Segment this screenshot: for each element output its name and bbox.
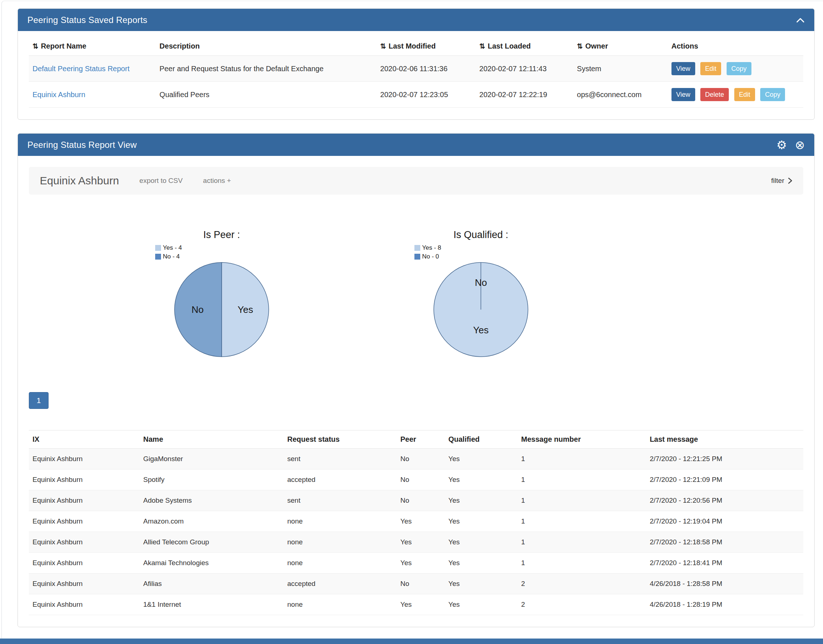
result-cell: Equinix Ashburn <box>29 469 139 490</box>
result-cell: GigaMonster <box>139 449 284 469</box>
result-row: Equinix AshburnAmazon.comnoneYesYes12/7/… <box>29 511 803 532</box>
pie-label-no: No <box>475 277 487 288</box>
saved-reports-title: Peering Status Saved Reports <box>28 15 147 25</box>
report-view-title: Peering Status Report View <box>28 140 137 150</box>
result-cell: Yes <box>397 594 445 615</box>
chart-legend: Yes - 4 No - 4 <box>155 244 182 261</box>
result-cell: Equinix Ashburn <box>29 573 139 594</box>
settings-gear-icon[interactable]: ⚙ <box>777 139 787 151</box>
result-cell: 2/7/2020 - 12:20:56 PM <box>646 490 803 511</box>
results-header-row: IX Name Request status Peer Qualified Me… <box>29 431 803 449</box>
legend-swatch-no <box>155 254 161 259</box>
result-cell: 2/7/2020 - 12:18:41 PM <box>646 553 803 573</box>
col-header-report-name[interactable]: ⇅Report Name <box>29 35 156 56</box>
report-name-link[interactable]: Default Peering Status Report <box>32 64 130 73</box>
result-cell: Yes <box>445 573 517 594</box>
result-cell: 1 <box>517 449 646 469</box>
view-button[interactable]: View <box>671 62 695 75</box>
result-cell: 2/7/2020 - 12:21:09 PM <box>646 469 803 490</box>
result-cell: 4/26/2018 - 1:28:58 PM <box>646 573 803 594</box>
saved-reports-header-row: ⇅Report Name Description ⇅Last Modified … <box>29 35 803 56</box>
filter-label: filter <box>771 177 784 185</box>
edit-button[interactable]: Edit <box>700 62 721 75</box>
is-qualified-chart: Is Qualified : Yes - 8 No - 0 No Yes <box>382 229 579 357</box>
result-cell: Allied Telecom Group <box>139 532 284 553</box>
result-cell: 2/7/2020 - 12:18:58 PM <box>646 532 803 553</box>
report-last-loaded: 2020-02-07 12:11:43 <box>476 56 573 82</box>
result-cell: Akamai Technologies <box>139 553 284 573</box>
legend-swatch-no <box>414 254 420 259</box>
sort-icon[interactable]: ⇅ <box>380 42 386 50</box>
copy-button[interactable]: Copy <box>726 62 751 75</box>
view-button[interactable]: View <box>671 88 695 101</box>
copy-button[interactable]: Copy <box>760 88 785 101</box>
result-cell: Yes <box>397 532 445 553</box>
pagination-page-1-button[interactable]: 1 <box>29 392 49 409</box>
is-peer-pie: No Yes <box>174 262 270 357</box>
result-cell: 1 <box>517 532 646 553</box>
report-owner: ops@6connect.com <box>573 82 668 108</box>
legend-swatch-yes <box>414 245 420 251</box>
col-header-request-status: Request status <box>284 431 397 449</box>
result-cell: No <box>397 490 445 511</box>
result-cell: Yes <box>445 511 517 532</box>
filter-toggle[interactable]: filter <box>771 177 792 185</box>
report-view-body: Equinix Ashburn export to CSV actions + … <box>18 156 814 627</box>
col-header-description: Description <box>156 35 377 56</box>
result-cell: accepted <box>284 573 397 594</box>
result-cell: none <box>284 511 397 532</box>
actions-menu-link[interactable]: actions + <box>203 177 231 185</box>
legend-item: No - 0 <box>414 252 441 261</box>
result-cell: Equinix Ashburn <box>29 532 139 553</box>
close-circle-icon[interactable]: ⊗ <box>795 139 805 151</box>
sort-icon[interactable]: ⇅ <box>577 42 583 50</box>
result-cell: Spotify <box>139 469 284 490</box>
charts-row: Is Peer : Yes - 4 No - 4 No Yes <box>29 229 803 357</box>
report-toolbar: Equinix Ashburn export to CSV actions + … <box>29 167 803 195</box>
result-cell: Equinix Ashburn <box>29 490 139 511</box>
result-cell: 1&1 Internet <box>139 594 284 615</box>
report-view-header: Peering Status Report View ⚙ ⊗ <box>18 133 814 156</box>
col-header-last-modified[interactable]: ⇅Last Modified <box>377 35 475 56</box>
result-cell: 1 <box>517 511 646 532</box>
col-header-owner[interactable]: ⇅Owner <box>573 35 668 56</box>
sort-icon[interactable]: ⇅ <box>32 42 38 50</box>
legend-item: Yes - 8 <box>414 244 441 252</box>
delete-button[interactable]: Delete <box>700 88 729 101</box>
result-cell: 2/7/2020 - 12:21:25 PM <box>646 449 803 469</box>
legend-item: No - 4 <box>155 252 182 261</box>
report-last-modified: 2020-02-06 11:31:36 <box>377 56 475 82</box>
result-row: Equinix AshburnAllied Telecom GroupnoneY… <box>29 532 803 553</box>
pie-label-yes: Yes <box>473 325 489 336</box>
chart-legend: Yes - 8 No - 0 <box>414 244 441 261</box>
report-description: Qualified Peers <box>156 82 377 108</box>
col-header-actions: Actions <box>668 35 803 56</box>
legend-label: Yes - 8 <box>422 244 441 251</box>
sort-icon[interactable]: ⇅ <box>480 42 485 50</box>
col-header-last-loaded[interactable]: ⇅Last Loaded <box>476 35 573 56</box>
report-owner: System <box>573 56 668 82</box>
result-cell: Yes <box>445 469 517 490</box>
col-header-last-message: Last message <box>646 431 803 449</box>
result-row: Equinix AshburnAfiliasacceptedNoYes24/26… <box>29 573 803 594</box>
result-cell: Yes <box>445 553 517 573</box>
result-row: Equinix AshburnSpotifyacceptedNoYes12/7/… <box>29 469 803 490</box>
legend-label: No - 0 <box>422 253 439 260</box>
result-row: Equinix AshburnGigaMonstersentNoYes12/7/… <box>29 449 803 469</box>
report-last-modified: 2020-02-07 12:23:05 <box>377 82 475 108</box>
saved-reports-table: ⇅Report Name Description ⇅Last Modified … <box>29 35 803 108</box>
export-csv-link[interactable]: export to CSV <box>139 177 182 185</box>
result-cell: No <box>397 449 445 469</box>
result-cell: Yes <box>397 553 445 573</box>
result-row: Equinix AshburnAdobe SystemssentNoYes12/… <box>29 490 803 511</box>
edit-button[interactable]: Edit <box>734 88 755 101</box>
result-cell: sent <box>284 490 397 511</box>
col-header-qualified: Qualified <box>445 431 517 449</box>
result-cell: accepted <box>284 469 397 490</box>
collapse-chevron-up-icon[interactable] <box>796 17 805 23</box>
pie-label-yes: Yes <box>238 304 253 315</box>
result-cell: Yes <box>445 594 517 615</box>
report-name-link[interactable]: Equinix Ashburn <box>32 90 86 98</box>
result-cell: 1 <box>517 553 646 573</box>
result-cell: 2 <box>517 594 646 615</box>
